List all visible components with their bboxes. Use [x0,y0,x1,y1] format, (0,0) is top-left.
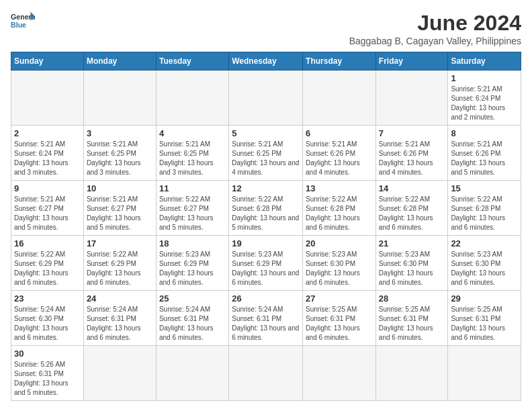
day-info: Sunrise: 5:24 AM Sunset: 6:31 PM Dayligh… [232,305,300,342]
weekday-header-row: SundayMondayTuesdayWednesdayThursdayFrid… [11,52,521,71]
calendar-day-cell: 7Sunrise: 5:21 AM Sunset: 6:26 PM Daylig… [375,126,448,181]
day-info: Sunrise: 5:22 AM Sunset: 6:29 PM Dayligh… [87,250,153,287]
day-number: 15 [451,183,518,193]
calendar-day-cell: 13Sunrise: 5:22 AM Sunset: 6:28 PM Dayli… [303,181,376,236]
day-info: Sunrise: 5:25 AM Sunset: 6:31 PM Dayligh… [306,305,373,342]
calendar-day-cell [83,71,156,126]
day-info: Sunrise: 5:21 AM Sunset: 6:25 PM Dayligh… [87,140,153,177]
day-info: Sunrise: 5:23 AM Sunset: 6:30 PM Dayligh… [379,250,445,287]
logo: General Blue [11,11,35,30]
calendar-day-cell: 3Sunrise: 5:21 AM Sunset: 6:25 PM Daylig… [83,126,156,181]
day-info: Sunrise: 5:22 AM Sunset: 6:27 PM Dayligh… [159,195,226,232]
day-info: Sunrise: 5:23 AM Sunset: 6:29 PM Dayligh… [232,250,300,287]
day-info: Sunrise: 5:25 AM Sunset: 6:31 PM Dayligh… [451,305,518,342]
day-number: 10 [87,183,153,193]
calendar-day-cell [229,346,303,401]
calendar-day-cell: 26Sunrise: 5:24 AM Sunset: 6:31 PM Dayli… [229,291,303,346]
calendar-day-cell: 24Sunrise: 5:24 AM Sunset: 6:31 PM Dayli… [83,291,156,346]
weekday-header-cell: Friday [375,52,448,71]
calendar-day-cell [375,71,448,126]
calendar-day-cell: 1Sunrise: 5:21 AM Sunset: 6:24 PM Daylig… [448,71,521,126]
calendar-day-cell [448,346,521,401]
day-info: Sunrise: 5:21 AM Sunset: 6:27 PM Dayligh… [14,195,81,232]
weekday-header-cell: Monday [83,52,156,71]
day-info: Sunrise: 5:22 AM Sunset: 6:28 PM Dayligh… [379,195,445,232]
calendar-day-cell: 19Sunrise: 5:23 AM Sunset: 6:29 PM Dayli… [229,236,303,291]
day-number: 28 [379,293,445,304]
page-title: June 2024 [349,11,521,36]
weekday-header-cell: Thursday [303,52,376,71]
weekday-header-cell: Wednesday [229,52,303,71]
calendar-day-cell: 28Sunrise: 5:25 AM Sunset: 6:31 PM Dayli… [375,291,448,346]
day-number: 30 [14,349,81,359]
calendar-week-row: 30Sunrise: 5:26 AM Sunset: 6:31 PM Dayli… [11,346,521,401]
calendar-day-cell [156,71,228,126]
day-number: 4 [159,128,226,138]
calendar-day-cell: 11Sunrise: 5:22 AM Sunset: 6:27 PM Dayli… [156,181,228,236]
day-info: Sunrise: 5:23 AM Sunset: 6:30 PM Dayligh… [306,250,373,287]
calendar-body: 1Sunrise: 5:21 AM Sunset: 6:24 PM Daylig… [11,71,521,401]
day-number: 6 [306,128,373,138]
calendar-day-cell: 17Sunrise: 5:22 AM Sunset: 6:29 PM Dayli… [83,236,156,291]
calendar-table: SundayMondayTuesdayWednesdayThursdayFrid… [11,52,521,401]
day-number: 12 [232,183,300,193]
day-info: Sunrise: 5:22 AM Sunset: 6:28 PM Dayligh… [232,195,300,232]
day-info: Sunrise: 5:24 AM Sunset: 6:31 PM Dayligh… [87,305,153,342]
day-info: Sunrise: 5:21 AM Sunset: 6:26 PM Dayligh… [379,140,445,177]
calendar-day-cell: 30Sunrise: 5:26 AM Sunset: 6:31 PM Dayli… [11,346,84,401]
day-number: 8 [451,128,518,138]
day-info: Sunrise: 5:21 AM Sunset: 6:27 PM Dayligh… [87,195,153,232]
day-number: 18 [159,238,226,248]
calendar-day-cell: 12Sunrise: 5:22 AM Sunset: 6:28 PM Dayli… [229,181,303,236]
weekday-header-cell: Tuesday [156,52,228,71]
day-number: 20 [306,238,373,248]
day-info: Sunrise: 5:21 AM Sunset: 6:25 PM Dayligh… [232,140,300,177]
calendar-day-cell: 15Sunrise: 5:22 AM Sunset: 6:28 PM Dayli… [448,181,521,236]
calendar-day-cell: 6Sunrise: 5:21 AM Sunset: 6:26 PM Daylig… [303,126,376,181]
calendar-day-cell: 5Sunrise: 5:21 AM Sunset: 6:25 PM Daylig… [229,126,303,181]
calendar-day-cell: 23Sunrise: 5:24 AM Sunset: 6:30 PM Dayli… [11,291,84,346]
day-number: 22 [451,238,518,248]
calendar-day-cell: 18Sunrise: 5:23 AM Sunset: 6:29 PM Dayli… [156,236,228,291]
day-number: 27 [306,293,373,304]
calendar-day-cell: 29Sunrise: 5:25 AM Sunset: 6:31 PM Dayli… [448,291,521,346]
day-info: Sunrise: 5:21 AM Sunset: 6:26 PM Dayligh… [451,140,518,177]
calendar-day-cell: 27Sunrise: 5:25 AM Sunset: 6:31 PM Dayli… [303,291,376,346]
day-info: Sunrise: 5:21 AM Sunset: 6:26 PM Dayligh… [306,140,373,177]
day-number: 17 [87,238,153,248]
day-info: Sunrise: 5:21 AM Sunset: 6:24 PM Dayligh… [451,85,518,122]
page-header: General Blue June 2024 Baggabag B, Cagay… [11,11,521,46]
day-number: 21 [379,238,445,248]
calendar-day-cell: 25Sunrise: 5:24 AM Sunset: 6:31 PM Dayli… [156,291,228,346]
day-number: 26 [232,293,300,304]
weekday-header-cell: Saturday [448,52,521,71]
calendar-day-cell: 16Sunrise: 5:22 AM Sunset: 6:29 PM Dayli… [11,236,84,291]
day-info: Sunrise: 5:26 AM Sunset: 6:31 PM Dayligh… [14,360,81,398]
day-number: 3 [87,128,153,138]
weekday-header-cell: Sunday [11,52,84,71]
day-info: Sunrise: 5:24 AM Sunset: 6:30 PM Dayligh… [14,305,81,342]
calendar-day-cell: 14Sunrise: 5:22 AM Sunset: 6:28 PM Dayli… [375,181,448,236]
svg-text:Blue: Blue [11,21,26,29]
calendar-day-cell: 4Sunrise: 5:21 AM Sunset: 6:25 PM Daylig… [156,126,228,181]
calendar-day-cell [156,346,228,401]
calendar-week-row: 2Sunrise: 5:21 AM Sunset: 6:24 PM Daylig… [11,126,521,181]
day-number: 23 [14,293,81,304]
calendar-week-row: 9Sunrise: 5:21 AM Sunset: 6:27 PM Daylig… [11,181,521,236]
day-number: 24 [87,293,153,304]
day-info: Sunrise: 5:22 AM Sunset: 6:29 PM Dayligh… [14,250,81,287]
day-number: 9 [14,183,81,193]
day-info: Sunrise: 5:23 AM Sunset: 6:30 PM Dayligh… [451,250,518,287]
day-number: 13 [306,183,373,193]
calendar-day-cell [83,346,156,401]
calendar-week-row: 1Sunrise: 5:21 AM Sunset: 6:24 PM Daylig… [11,71,521,126]
calendar-day-cell: 10Sunrise: 5:21 AM Sunset: 6:27 PM Dayli… [83,181,156,236]
calendar-day-cell: 20Sunrise: 5:23 AM Sunset: 6:30 PM Dayli… [303,236,376,291]
page-subtitle: Baggabag B, Cagayan Valley, Philippines [349,36,521,46]
calendar-day-cell: 2Sunrise: 5:21 AM Sunset: 6:24 PM Daylig… [11,126,84,181]
day-info: Sunrise: 5:23 AM Sunset: 6:29 PM Dayligh… [159,250,226,287]
day-number: 5 [232,128,300,138]
day-number: 29 [451,293,518,304]
day-number: 19 [232,238,300,248]
day-info: Sunrise: 5:21 AM Sunset: 6:24 PM Dayligh… [14,140,81,177]
